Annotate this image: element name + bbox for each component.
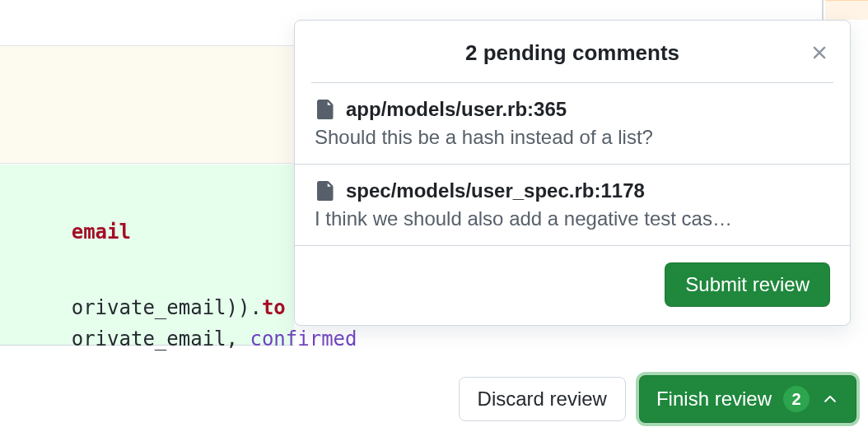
pending-comment-item[interactable]: app/models/user.rb:365 Should this be a … — [295, 83, 850, 165]
pending-comments-popover: 2 pending comments app/models/user.rb:36… — [294, 20, 851, 326]
finish-review-button[interactable]: Finish review 2 — [639, 375, 856, 423]
code-section-added: email orivate_email)).to eq([u orivate_e… — [0, 165, 294, 346]
code-section-context — [0, 45, 294, 164]
diff-highlight-strip — [825, 0, 868, 20]
pending-comment-item[interactable]: spec/models/user_spec.rb:1178 I think we… — [295, 165, 850, 246]
finish-review-label: Finish review — [656, 388, 772, 411]
comment-body: I think we should also add a negative te… — [315, 207, 830, 230]
comment-file-path: spec/models/user_spec.rb:1178 — [346, 179, 645, 202]
code-token: orivate_email, — [72, 327, 250, 350]
popover-header: 2 pending comments — [295, 21, 850, 82]
chevron-up-icon — [821, 390, 839, 408]
discard-review-button[interactable]: Discard review — [459, 377, 626, 421]
comment-body: Should this be a hash instead of a list? — [315, 126, 830, 149]
comment-file-path: app/models/user.rb:365 — [346, 98, 567, 121]
review-actions-bar: Discard review Finish review 2 — [459, 375, 856, 423]
close-icon[interactable] — [809, 42, 830, 63]
submit-review-button[interactable]: Submit review — [665, 262, 830, 307]
popover-footer: Submit review — [295, 246, 850, 325]
code-token: confirmed — [250, 327, 357, 350]
pending-count-badge: 2 — [783, 386, 810, 412]
comment-file-row: spec/models/user_spec.rb:1178 — [315, 179, 830, 202]
file-icon — [315, 100, 334, 119]
comment-file-row: app/models/user.rb:365 — [315, 98, 830, 121]
code-token: email — [72, 220, 131, 244]
code-line: email — [0, 197, 131, 267]
vertical-divider — [822, 0, 824, 20]
popover-title: 2 pending comments — [465, 40, 679, 66]
file-icon — [315, 181, 334, 201]
